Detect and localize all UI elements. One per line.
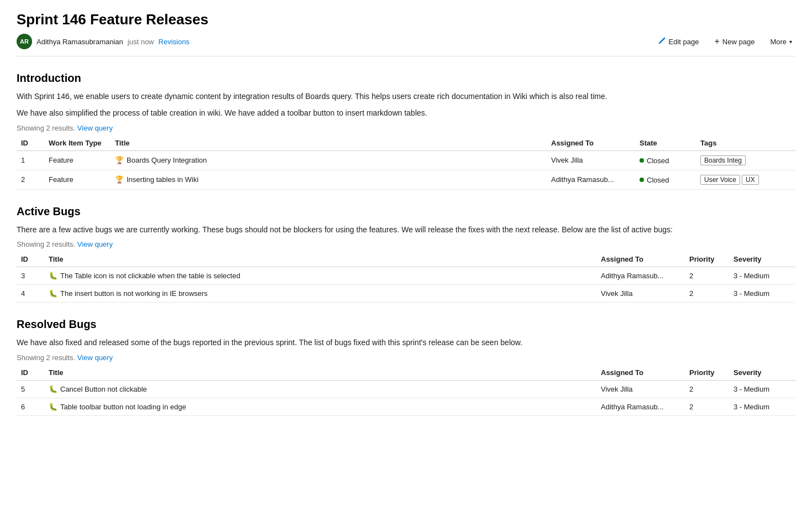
feature-icon: 🏆: [115, 156, 124, 164]
col-header-assigned-bugs: Assigned To: [596, 252, 685, 267]
introduction-para-2: We have also simplified the process of t…: [17, 107, 795, 119]
timestamp: just now: [128, 38, 154, 46]
state-label: Closed: [647, 176, 669, 184]
cell-id: 2: [17, 170, 44, 189]
cell-id: 3: [17, 267, 44, 285]
edit-page-label: Edit page: [669, 38, 699, 46]
col-header-priority-resolved: Priority: [685, 365, 729, 381]
cell-assigned: Vivek Jilla: [547, 150, 635, 170]
cell-severity: 3 - Medium: [729, 398, 795, 415]
col-header-id-bugs: ID: [17, 252, 44, 267]
bug-icon: 🐛: [49, 403, 57, 411]
table-row: 1 Feature 🏆 Boards Query Integration Viv…: [17, 150, 795, 170]
cell-priority: 2: [685, 380, 729, 398]
cell-type: Feature: [44, 170, 111, 189]
table-row: 3 🐛 The Table icon is not clickable when…: [17, 267, 795, 285]
author-name: Adithya Ramasubramanian: [36, 38, 123, 46]
more-label: More: [770, 38, 787, 46]
col-header-id-resolved: ID: [17, 365, 44, 381]
table-row: 6 🐛 Table toolbar button not loading in …: [17, 398, 795, 415]
cell-priority: 2: [685, 285, 729, 303]
col-header-state: State: [635, 136, 696, 151]
col-header-priority-bugs: Priority: [685, 252, 729, 267]
edit-page-button[interactable]: Edit page: [655, 35, 703, 49]
table-row: 4 🐛 The insert button is not working in …: [17, 285, 795, 303]
tag-badge: UX: [742, 175, 759, 185]
col-header-tags: Tags: [696, 136, 795, 151]
cell-title: 🐛 Cancel Button not clickable: [44, 380, 596, 398]
header-actions: Edit page + New page More ▾: [655, 34, 795, 49]
resolved-bugs-header-row: ID Title Assigned To Priority Severity: [17, 365, 795, 381]
introduction-view-query[interactable]: View query: [77, 124, 113, 132]
state-dot: [640, 158, 644, 163]
introduction-table: ID Work Item Type Title Assigned To Stat…: [17, 136, 795, 190]
cell-type: Feature: [44, 150, 111, 170]
cell-assigned: Vivek Jilla: [596, 380, 685, 398]
revisions-link[interactable]: Revisions: [159, 38, 190, 46]
cell-tags: Boards Integ: [696, 150, 795, 170]
cell-severity: 3 - Medium: [729, 285, 795, 303]
cell-title: 🏆 Inserting tables in Wiki: [111, 170, 547, 189]
cell-severity: 3 - Medium: [729, 267, 795, 285]
resolved-bugs-table: ID Title Assigned To Priority Severity 5…: [17, 365, 795, 416]
cell-assigned: Adithya Ramasub...: [596, 398, 685, 415]
new-page-button[interactable]: + New page: [711, 34, 758, 49]
table-row: 5 🐛 Cancel Button not clickable Vivek Ji…: [17, 380, 795, 398]
cell-title: 🐛 Table toolbar button not loading in ed…: [44, 398, 596, 415]
cell-severity: 3 - Medium: [729, 380, 795, 398]
chevron-down-icon: ▾: [789, 39, 792, 45]
col-header-type: Work Item Type: [44, 136, 111, 151]
active-bugs-header-row: ID Title Assigned To Priority Severity: [17, 252, 795, 267]
introduction-para-1: With Sprint 146, we enable users to crea…: [17, 90, 795, 102]
active-bugs-heading: Active Bugs: [17, 205, 795, 218]
page-meta-bar: AR Adithya Ramasubramanian just now Revi…: [17, 34, 795, 56]
active-bugs-view-query[interactable]: View query: [77, 240, 113, 248]
active-bugs-table: ID Title Assigned To Priority Severity 3…: [17, 252, 795, 303]
cell-state: Closed: [635, 150, 696, 170]
state-dot: [640, 178, 644, 182]
col-header-title-resolved: Title: [44, 365, 596, 381]
introduction-showing-results: Showing 2 results. View query: [17, 124, 795, 132]
col-header-assigned-resolved: Assigned To: [596, 365, 685, 381]
cell-priority: 2: [685, 398, 729, 415]
bug-icon: 🐛: [49, 272, 57, 280]
resolved-bugs-view-query[interactable]: View query: [77, 353, 113, 362]
col-header-title: Title: [111, 136, 547, 151]
cell-id: 6: [17, 398, 44, 415]
pencil-icon: [658, 37, 666, 46]
plus-icon: +: [714, 37, 719, 46]
cell-title: 🏆 Boards Query Integration: [111, 150, 547, 170]
introduction-heading: Introduction: [17, 72, 795, 85]
state-label: Closed: [647, 157, 669, 165]
col-header-severity-bugs: Severity: [729, 252, 795, 267]
tag-badge: User Voice: [700, 175, 740, 185]
avatar: AR: [17, 34, 32, 49]
active-bugs-para: There are a few active bugs we are curre…: [17, 223, 795, 236]
cell-title: 🐛 The Table icon is not clickable when t…: [44, 267, 596, 285]
feature-icon: 🏆: [115, 175, 124, 184]
resolved-bugs-heading: Resolved Bugs: [17, 318, 795, 331]
cell-id: 1: [17, 150, 44, 170]
resolved-bugs-para: We have also fixed and released some of …: [17, 336, 795, 348]
cell-title: 🐛 The insert button is not working in IE…: [44, 285, 596, 303]
cell-id: 5: [17, 380, 44, 398]
cell-assigned: Vivek Jilla: [596, 285, 685, 303]
cell-assigned: Adithya Ramasub...: [596, 267, 685, 285]
cell-priority: 2: [685, 267, 729, 285]
col-header-assigned: Assigned To: [547, 136, 635, 151]
page-title: Sprint 146 Feature Releases: [17, 11, 795, 28]
bug-icon: 🐛: [49, 289, 57, 298]
new-page-label: New page: [722, 38, 755, 46]
bug-icon: 🐛: [49, 385, 57, 393]
cell-state: Closed: [635, 170, 696, 189]
col-header-id: ID: [17, 136, 44, 151]
col-header-title-bugs: Title: [44, 252, 596, 267]
introduction-table-header-row: ID Work Item Type Title Assigned To Stat…: [17, 136, 795, 151]
table-row: 2 Feature 🏆 Inserting tables in Wiki Adi…: [17, 170, 795, 189]
cell-id: 4: [17, 285, 44, 303]
cell-assigned: Adithya Ramasub...: [547, 170, 635, 189]
col-header-severity-resolved: Severity: [729, 365, 795, 381]
more-button[interactable]: More ▾: [767, 35, 795, 48]
cell-tags: User VoiceUX: [696, 170, 795, 189]
active-bugs-showing-results: Showing 2 results. View query: [17, 240, 795, 248]
